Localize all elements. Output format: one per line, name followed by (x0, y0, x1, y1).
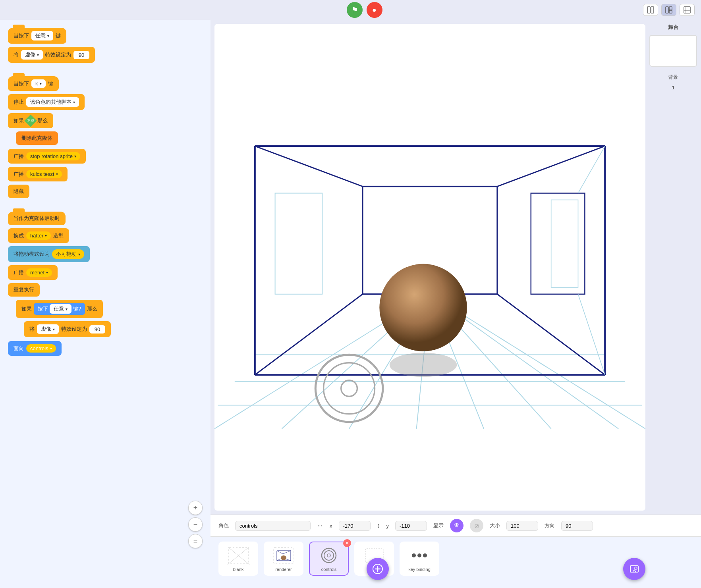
add-sprite-fab[interactable] (367, 558, 389, 580)
sprite-delete-controls[interactable]: ✕ (343, 539, 351, 547)
sprite-card-controls[interactable]: ✕ controls (309, 542, 349, 576)
svg-point-55 (417, 553, 421, 557)
zoom-out-button[interactable]: − (188, 517, 203, 532)
broadcast-block-2[interactable]: 广播 kulcs teszt ▾ (8, 167, 68, 181)
stop-scripts-block[interactable]: 停止 该角色的其他脚本 ▾ (8, 94, 85, 110)
dir-input[interactable] (561, 521, 593, 531)
svg-rect-5 (684, 7, 690, 13)
code-panel: 当按下 任意 ▾ 键 将 虚像 ▾ 特效设定为 90 (0, 20, 210, 588)
layout-wide-button[interactable] (661, 4, 676, 16)
switch-costume-block[interactable]: 换成 háttér ▾ 造型 (8, 228, 69, 243)
svg-rect-1 (651, 7, 654, 13)
top-bar (0, 0, 701, 20)
stage-label: 舞台 (649, 24, 697, 31)
stage-area: 舞台 背景 1 (210, 20, 701, 515)
broadcast-msg-1[interactable]: stop rotation sprite ▾ (26, 152, 80, 160)
ghost-dropdown-1[interactable]: 虚像 ▾ (21, 50, 43, 60)
sprite-card-renderer[interactable]: renderer (264, 542, 303, 576)
sprite-name-blank: blank (222, 567, 254, 572)
sprite-thumb-blank (226, 546, 250, 565)
drag-mode-block[interactable]: 将拖动模式设为 不可拖动 ▾ (8, 246, 90, 262)
block-group-1: 当按下 任意 ▾ 键 将 虚像 ▾ 特效设定为 90 (8, 28, 203, 64)
stop-target-dropdown[interactable]: 该角色的其他脚本 ▾ (26, 97, 79, 107)
layout-split-button[interactable] (643, 4, 658, 16)
svg-point-54 (412, 553, 416, 557)
svg-rect-2 (666, 7, 668, 13)
face-target-dropdown[interactable]: controls ▾ (26, 344, 56, 353)
x-value-input[interactable] (339, 521, 371, 531)
ghost-dropdown-2[interactable]: 虚像 ▾ (37, 324, 59, 334)
set-effect-block-2[interactable]: 将 虚像 ▾ 特效设定为 90 (24, 321, 111, 337)
sprite-thumb-controls (317, 546, 341, 565)
if-key-block[interactable]: 如果 按下 任意 ▾ 键? 那么 (16, 300, 103, 318)
effect-value-1[interactable]: 90 (73, 51, 89, 59)
bg-num: 1 (649, 85, 697, 91)
add-stage-fab[interactable] (623, 558, 645, 580)
svg-line-45 (277, 551, 283, 554)
hat-label-1: 当按下 (14, 32, 29, 39)
sprite-name-input[interactable] (235, 521, 311, 531)
broadcast-msg-3[interactable]: mehet ▾ (26, 268, 52, 277)
broadcast-block-3[interactable]: 广播 mehet ▾ (8, 265, 58, 280)
x-label: x (330, 523, 332, 529)
green-flag-button[interactable] (347, 2, 363, 18)
clone-start-hat[interactable]: 当作为克隆体启动时 (8, 212, 66, 225)
key-pressed-dropdown[interactable]: 按下 任意 ▾ 键? (34, 303, 85, 315)
if-block[interactable]: 如果 不成立 那么 (8, 113, 53, 128)
scene-background (214, 24, 645, 511)
sprite-card-blank[interactable]: blank (218, 542, 258, 576)
svg-line-46 (283, 551, 291, 554)
y-value-input[interactable] (395, 521, 427, 531)
stage-thumbnail[interactable] (649, 35, 697, 67)
layout-buttons (643, 4, 695, 16)
hide-block[interactable]: 隐藏 (8, 185, 29, 198)
svg-rect-4 (669, 10, 672, 13)
stop-button[interactable] (367, 2, 382, 18)
info-bar: 角色 ↔ x ↕ y 显示 👁 ⊘ 大小 方向 (210, 515, 701, 536)
layout-full-button[interactable] (680, 4, 695, 16)
broadcast-block-1[interactable]: 广播 stop rotation sprite ▾ (8, 149, 86, 164)
block-group-3: 当作为克隆体启动时 换成 háttér ▾ 造型 将拖动模式设为 不可拖动 (8, 212, 203, 357)
svg-point-52 (327, 554, 330, 557)
set-effect-block-1[interactable]: 将 虚像 ▾ 特效设定为 90 (8, 47, 95, 63)
svg-point-49 (281, 555, 286, 560)
svg-point-59 (635, 567, 637, 569)
any-key-dropdown[interactable]: 任意 ▾ (50, 304, 71, 314)
broadcast-msg-2[interactable]: kulcs teszt ▾ (26, 170, 62, 178)
drag-mode-dropdown[interactable]: 不可拖动 ▾ (52, 249, 84, 259)
when-key-pressed-hat-2[interactable]: 当按下 k ▾ 键 (8, 76, 59, 91)
zoom-controls: + − = (188, 501, 203, 548)
svg-rect-3 (669, 7, 672, 10)
hide-button[interactable]: ⊘ (470, 519, 483, 532)
zoom-fit-button[interactable]: = (188, 534, 203, 548)
size-label: 大小 (490, 522, 500, 529)
stage-sidebar: 舞台 背景 1 (649, 24, 697, 511)
right-panel: 舞台 背景 1 角色 ↔ x ↕ y 显示 👁 ⊘ 大小 方向 (210, 20, 701, 588)
size-input[interactable] (506, 521, 538, 531)
delete-clone-block[interactable]: 删除此克隆体 (16, 131, 58, 145)
sprite-name-renderer: renderer (268, 567, 299, 572)
x-arrow-icon: ↔ (317, 522, 323, 529)
dir-label: 方向 (545, 522, 555, 529)
block-group-2: 当按下 k ▾ 键 停止 该角色的其他脚本 ▾ (8, 76, 203, 200)
stage-canvas (214, 24, 645, 511)
fab-area (367, 558, 645, 580)
svg-point-51 (324, 551, 334, 560)
show-label: 显示 (433, 522, 444, 529)
costume-dropdown[interactable]: háttér ▾ (26, 231, 51, 240)
y-label: y (386, 523, 389, 529)
playback-controls (347, 2, 382, 18)
zoom-in-button[interactable]: + (188, 501, 203, 515)
key-dropdown-1[interactable]: 任意 ▾ (31, 31, 53, 40)
key-dropdown-2[interactable]: k ▾ (31, 79, 46, 88)
effect-value-2[interactable]: 90 (89, 325, 105, 334)
scene-svg (214, 24, 645, 511)
repeat-block[interactable]: 重复执行 (8, 283, 40, 297)
y-arrow-icon: ↕ (377, 522, 380, 529)
svg-point-32 (390, 353, 457, 377)
show-button[interactable]: 👁 (450, 519, 463, 532)
when-key-pressed-hat-1[interactable]: 当按下 任意 ▾ 键 (8, 28, 66, 44)
bg-label: 背景 (649, 74, 697, 81)
face-toward-block[interactable]: 面向 controls ▾ (8, 341, 62, 356)
sprite-label: 角色 (218, 522, 229, 529)
